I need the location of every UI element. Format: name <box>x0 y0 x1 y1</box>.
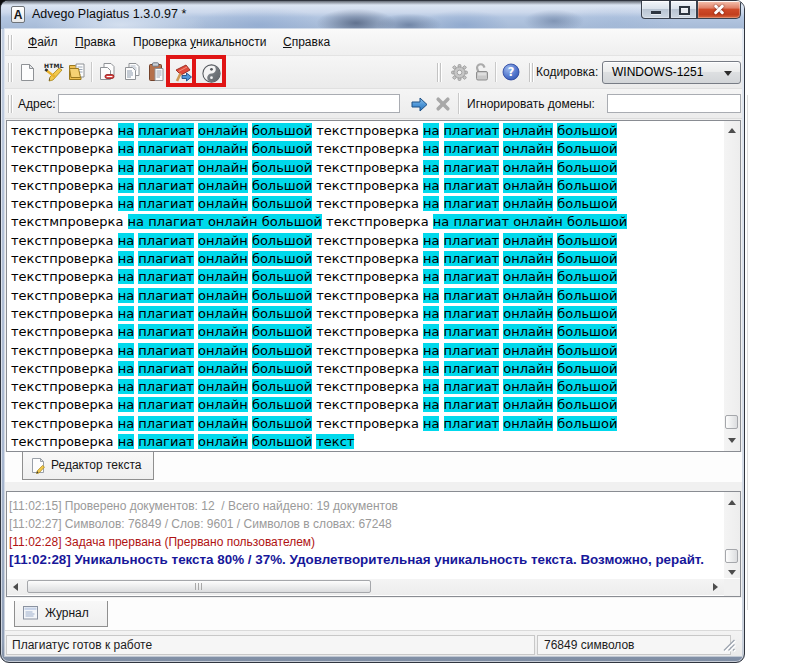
editor-vertical-scrollbar[interactable] <box>724 121 740 451</box>
editor-line: текстмпроверка на плагиат онлайн большой… <box>11 213 723 231</box>
arrow-down-icon <box>728 438 736 443</box>
toolbar-grip[interactable] <box>437 63 438 82</box>
svg-text:?: ? <box>508 65 515 79</box>
toolbar-grip[interactable] <box>8 95 9 113</box>
settings-button[interactable] <box>447 60 471 84</box>
editor-line: текстпроверка на плагиат онлайн большой … <box>11 396 723 414</box>
log-entry: [11:02:28] Задача прервана (Прервано пол… <box>9 533 720 551</box>
editor-line: текстпроверка на плагиат онлайн большой … <box>11 177 723 195</box>
editor-tab-bar: Редактор текста <box>5 452 742 482</box>
menu-item-4[interactable]: Справка <box>275 29 338 55</box>
remove-document-button[interactable] <box>95 60 119 84</box>
log-panel[interactable]: [11:02:15] Проверено документов: 12 / Вс… <box>6 491 741 597</box>
tab-editor-label: Редактор текста <box>51 452 141 479</box>
help-icon: ? <box>502 63 520 81</box>
scroll-left-button[interactable] <box>8 579 22 595</box>
window-title: Advego Plagiatus 1.3.0.97 * <box>32 1 186 28</box>
journal-list-icon <box>23 606 38 624</box>
editor-line: текстпроверка на плагиат онлайн большой … <box>11 323 723 341</box>
scroll-down-button[interactable] <box>724 433 740 447</box>
menu-item-1[interactable]: Файл <box>20 29 66 55</box>
copy-document-button[interactable] <box>120 60 144 84</box>
log-vertical-scrollbar[interactable] <box>724 492 740 578</box>
new-document-button[interactable] <box>15 60 39 84</box>
editor-content[interactable]: текстпроверка на плагиат онлайн большой … <box>7 121 723 451</box>
editor-line: текстпроверка на плагиат онлайн большой … <box>11 159 723 177</box>
text-editor[interactable]: текстпроверка на плагиат онлайн большой … <box>6 120 741 452</box>
open-document-button[interactable] <box>65 60 89 84</box>
lock-button[interactable] <box>470 60 494 84</box>
encoding-combobox[interactable]: WINDOWS-1251 <box>602 61 741 84</box>
address-separator <box>458 93 459 114</box>
new-document-icon <box>18 63 36 82</box>
editor-line: текстпроверка на плагиат онлайн большой … <box>11 342 723 360</box>
editor-line: текстпроверка на плагиат онлайн большой … <box>11 287 723 305</box>
menu-item-3[interactable]: Проверка уникальности <box>125 29 274 55</box>
close-button[interactable] <box>697 1 741 19</box>
address-bar: Адрес: <box>5 89 742 119</box>
svg-text:HTML: HTML <box>44 62 64 69</box>
maximize-icon <box>679 6 690 15</box>
minimize-button[interactable] <box>641 1 670 19</box>
scrollbar-thumb[interactable] <box>27 580 371 593</box>
scrollbar-thumb[interactable] <box>725 415 738 429</box>
editor-line: текстпроверка на плагиат онлайн большой … <box>11 415 723 433</box>
address-input[interactable] <box>58 94 400 113</box>
close-icon <box>698 1 740 18</box>
clear-address-button[interactable] <box>432 93 454 115</box>
tab-journal[interactable]: Журнал <box>14 601 108 627</box>
editor-line: текстпроверка на плагиат онлайн большой … <box>11 140 723 158</box>
client-area: ФайлПравкаПроверка уникальностиСправка H… <box>5 29 742 656</box>
log-tab-bar: Журнал <box>5 598 742 630</box>
clear-x-icon <box>435 96 451 112</box>
scrollbar-corner <box>724 579 740 596</box>
panel-gap <box>5 482 742 491</box>
toolbar-grip[interactable] <box>8 35 9 50</box>
editor-line: текстпроверка на плагиат онлайн большой … <box>11 268 723 286</box>
ignore-domains-input[interactable] <box>607 94 741 113</box>
edit-page-icon <box>30 457 47 478</box>
editor-line: текстпроверка на плагиат онлайн большой … <box>11 360 723 378</box>
editor-line: текстпроверка на плагиат онлайн большой … <box>11 305 723 323</box>
log-entry: [11:02:28] Уникальность текста 80% / 37%… <box>9 551 720 568</box>
arrow-up-icon <box>728 500 736 505</box>
arrow-up-icon <box>728 128 736 133</box>
menu-item-2[interactable]: Правка <box>67 29 124 55</box>
gear-icon <box>450 63 469 82</box>
status-bar: Плагиатус готов к работе 76849 символов <box>5 630 742 656</box>
editor-line: текстпроверка на плагиат онлайн большой … <box>11 232 723 250</box>
editor-line: текстпроверка на плагиат онлайн большой … <box>11 195 723 213</box>
address-label: Адрес: <box>18 89 56 119</box>
arrow-left-icon <box>13 583 18 591</box>
log-horizontal-scrollbar[interactable] <box>7 579 725 595</box>
arrow-down-icon <box>728 570 736 575</box>
open-document-icon <box>67 62 88 82</box>
maximize-button[interactable] <box>670 1 697 19</box>
toolbar-grip[interactable] <box>8 63 9 82</box>
status-char-count: 76849 символов <box>537 635 731 655</box>
annotation-highlight-box <box>192 55 226 87</box>
help-button[interactable]: ? <box>499 60 523 84</box>
scroll-up-button[interactable] <box>724 123 740 137</box>
editor-line: текстпроверка на плагиат онлайн большой … <box>11 250 723 268</box>
scroll-up-button[interactable] <box>724 496 740 508</box>
scroll-down-button[interactable] <box>724 566 740 578</box>
arrow-right-icon <box>713 583 718 591</box>
menu-bar: ФайлПравкаПроверка уникальностиСправка <box>5 29 742 56</box>
encoding-label: Кодировка: <box>536 56 598 89</box>
title-bar[interactable]: A Advego Plagiatus 1.3.0.97 * <box>1 1 745 29</box>
scroll-right-button[interactable] <box>708 579 722 595</box>
log-content: [11:02:15] Проверено документов: 12 / Вс… <box>9 497 720 577</box>
background-window-edge <box>747 95 748 610</box>
lock-icon <box>473 63 492 82</box>
log-entry: [11:02:27] Символов: 76849 / Слов: 9601 … <box>9 515 720 533</box>
app-icon: A <box>11 6 25 23</box>
app-window: A Advego Plagiatus 1.3.0.97 * ФайлПравка… <box>0 0 745 663</box>
tab-editor[interactable]: Редактор текста <box>22 452 154 480</box>
go-button[interactable] <box>408 93 430 115</box>
resize-grip-icon[interactable] <box>722 638 736 652</box>
toolbar-grip[interactable] <box>529 63 530 82</box>
edit-html-button[interactable]: HTML <box>41 60 65 84</box>
scrollbar-thumb[interactable] <box>725 549 738 563</box>
toolbar-separator <box>495 62 496 82</box>
